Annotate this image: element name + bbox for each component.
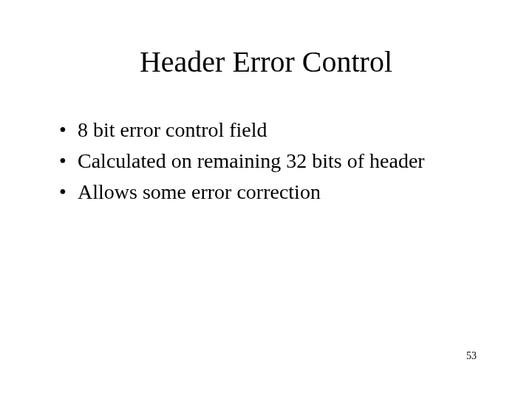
slide-title: Header Error Control: [44, 44, 488, 79]
bullet-list: 8 bit error control field Calculated on …: [44, 116, 488, 205]
list-item: Allows some error correction: [59, 178, 488, 206]
slide-container: Header Error Control 8 bit error control…: [0, 0, 532, 399]
list-item: Calculated on remaining 32 bits of heade…: [59, 147, 488, 175]
list-item: 8 bit error control field: [59, 116, 488, 144]
page-number: 53: [466, 350, 477, 362]
